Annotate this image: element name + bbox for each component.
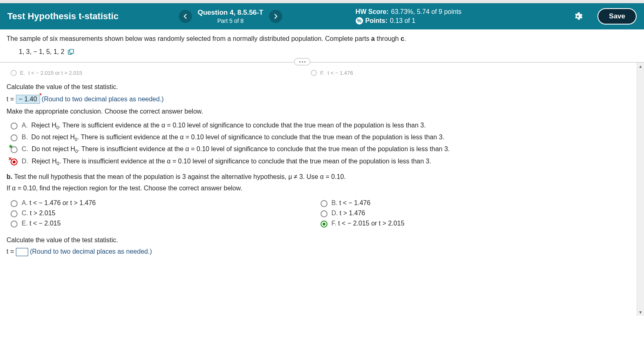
rr-e-text: t < − 2.015 — [29, 220, 61, 227]
conclude-b-text1: Do not reject H — [31, 134, 75, 141]
rr-b-letter: B. — [332, 199, 338, 206]
radio-conclude-b[interactable] — [11, 134, 18, 141]
problem-text: The sample of six measurements shown bel… — [7, 35, 406, 42]
next-question-button[interactable] — [269, 10, 282, 23]
chevron-left-icon — [183, 14, 187, 19]
correct-star-icon: ★ — [8, 143, 13, 150]
rr-d-text: t > 1.476 — [340, 210, 365, 217]
header-bar: Test Hypothesis t-statistic Question 4, … — [0, 3, 644, 29]
rr-a-text: t < − 1.476 or t > 1.476 — [29, 199, 96, 206]
settings-button[interactable] — [570, 9, 585, 24]
problem-statement: The sample of six measurements shown bel… — [0, 29, 644, 63]
round-hint-1: (Round to two decimal places as needed.) — [42, 96, 164, 103]
part-b-label: b. — [7, 173, 12, 180]
radio-cutoff-f[interactable] — [311, 70, 317, 76]
top-strip — [0, 0, 644, 3]
conclude-d-letter: D. — [22, 158, 28, 165]
radio-rr-a[interactable] — [11, 200, 18, 207]
radio-rr-f[interactable] — [321, 221, 328, 228]
hw-score-value: 63.73%, 5.74 of 9 points — [391, 7, 462, 16]
radio-rr-b[interactable] — [321, 200, 328, 207]
problem-text-2: through — [375, 35, 401, 42]
radio-conclude-a[interactable] — [11, 123, 18, 129]
part-b-text: Test the null hypothesis that the mean o… — [14, 173, 345, 180]
conclusion-options: A. Reject H0. There is sufficient eviden… — [11, 122, 630, 166]
problem-bold-c: c — [401, 35, 404, 42]
rr-f-letter: F. — [332, 220, 336, 227]
calc-prompt-1: Calculate the value of the test statisti… — [7, 83, 630, 91]
t-input-filled[interactable]: − 1.40 — [16, 95, 40, 104]
radio-rr-c[interactable] — [11, 210, 18, 217]
conclude-b-text2: . There is sufficient evidence at the α … — [77, 134, 444, 141]
calc-prompt-2: Calculate the value of the test statisti… — [7, 237, 630, 244]
wrong-x-icon: ✕ — [8, 156, 12, 162]
round-hint-2: (Round to two decimal places as needed.) — [30, 248, 152, 255]
rr-c-text: t > 2.015 — [30, 210, 56, 217]
conclude-c-letter: C. — [22, 145, 28, 152]
hw-score-label: HW Score: — [356, 7, 389, 16]
rr-c-letter: C. — [22, 210, 28, 217]
chevron-right-icon — [274, 14, 278, 19]
points-label: Points: — [365, 16, 388, 25]
radio-rr-e[interactable] — [11, 221, 18, 228]
cutoff-e-text: t < − 2.015 or t > 2.015 — [28, 70, 82, 76]
copy-data-button[interactable] — [68, 49, 74, 55]
rejection-region-prompt: If α = 0.10, find the rejection region f… — [7, 185, 630, 192]
t-label-1: t = — [7, 96, 14, 103]
save-button[interactable]: Save — [597, 8, 637, 25]
rr-d-letter: D. — [332, 210, 338, 217]
cutoff-f-letter: F. — [320, 70, 324, 76]
conclude-d-text1: Reject H — [31, 158, 56, 165]
radio-conclude-d[interactable]: ✕ — [11, 158, 18, 165]
problem-text-3: . — [404, 35, 406, 42]
prev-question-button[interactable] — [179, 10, 192, 23]
conclusion-prompt: Make the appropriate conclusion. Choose … — [7, 108, 630, 115]
vertical-scrollbar[interactable]: ▲ ▼ — [637, 63, 644, 316]
points-value: 0.13 of 1 — [390, 16, 415, 25]
cutoff-f-text: t < − 1.476 — [328, 70, 353, 76]
percent-icon: % — [356, 17, 363, 25]
conclude-a-text2: . There is sufficient evidence at the α … — [59, 122, 426, 129]
score-block: HW Score: 63.73%, 5.74 of 9 points % Poi… — [356, 7, 461, 26]
problem-text-1: The sample of six measurements shown bel… — [7, 35, 371, 42]
rr-f-text: t < − 2.015 or t > 2.015 — [338, 220, 404, 227]
question-content: E. t < − 2.015 or t > 2.015 F. t < − 1.4… — [0, 63, 637, 316]
conclude-a-letter: A. — [22, 122, 28, 129]
scroll-up-button[interactable]: ▲ — [637, 63, 644, 70]
conclude-d-text2: . There is insufficient evidence at the … — [59, 158, 431, 165]
question-number: Question 4, 8.5.56-T — [198, 8, 263, 17]
expand-problem-button[interactable] — [294, 58, 310, 65]
rr-a-letter: A. — [22, 199, 28, 206]
rr-b-text: t < − 1.476 — [339, 199, 371, 206]
copy-icon — [68, 49, 74, 55]
assignment-title: Test Hypothesis t-statistic — [7, 11, 179, 22]
rejection-region-options: A.t < − 1.476 or t > 1.476 C.t > 2.015 E… — [11, 197, 630, 230]
gear-icon — [573, 11, 583, 21]
question-indicator: Question 4, 8.5.56-T Part 5 of 8 — [198, 8, 263, 25]
problem-bold-a: a — [371, 35, 375, 42]
rr-e-letter: E. — [22, 220, 28, 227]
t-label-2: t = — [7, 248, 14, 255]
radio-conclude-c[interactable]: ★ — [11, 146, 18, 153]
conclude-b-letter: B. — [22, 134, 28, 141]
cutoff-options-row: E. t < − 2.015 or t > 2.015 F. t < − 1.4… — [11, 70, 630, 76]
t-input-empty[interactable] — [16, 248, 28, 256]
scroll-down-button[interactable]: ▼ — [637, 308, 644, 316]
radio-rr-d[interactable] — [321, 210, 328, 217]
cutoff-e-letter: E. — [20, 70, 25, 76]
part-number: Part 5 of 8 — [198, 17, 263, 25]
sample-data: 1, 3, − 1, 5, 1, 2 — [19, 48, 65, 56]
radio-cutoff-e[interactable] — [11, 70, 17, 76]
svg-point-0 — [577, 16, 579, 18]
conclude-c-text2: . There is insufficient evidence at the … — [78, 145, 450, 152]
conclude-c-text1: Do not reject H — [31, 145, 75, 152]
svg-rect-2 — [70, 49, 74, 54]
conclude-a-text1: Reject H — [31, 122, 56, 129]
